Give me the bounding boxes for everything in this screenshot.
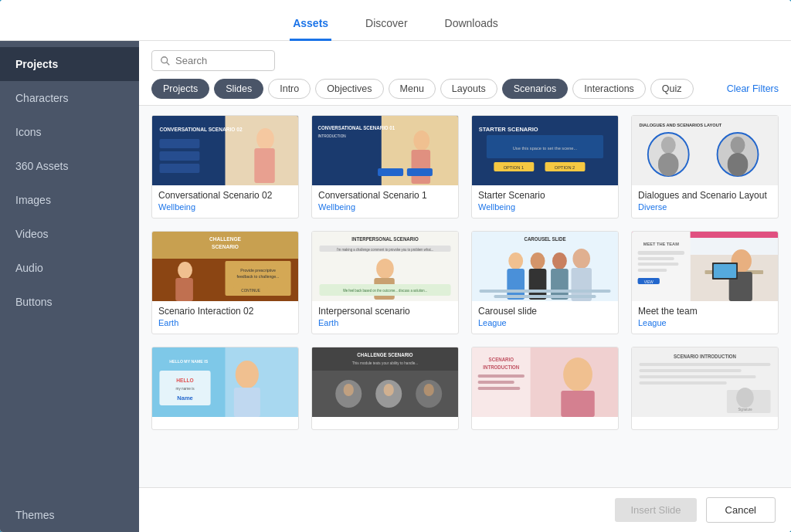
svg-rect-111 — [561, 391, 594, 417]
card-partial2[interactable]: CHALLENGE SCENARIO This module tests you… — [311, 347, 459, 430]
filter-bar: Projects Slides Intro Objectives Menu La… — [139, 41, 791, 106]
chip-scenarios[interactable]: Scenarios — [502, 79, 569, 99]
card-meetteam[interactable]: MEET THE TEAM VIEW — [631, 231, 779, 334]
svg-text:This module tests your ability: This module tests your ability to handle… — [352, 361, 419, 365]
card-carousel[interactable]: CAROUSEL SLIDE — [471, 231, 619, 334]
card-info-partial3 — [472, 417, 618, 429]
chip-menu[interactable]: Menu — [389, 79, 436, 99]
svg-rect-17 — [407, 168, 433, 176]
svg-text:Use this space to set the scen: Use this space to set the scene... — [513, 146, 578, 151]
svg-rect-75 — [714, 264, 736, 278]
main-area: Projects Characters Icons 360 Assets Ima… — [0, 41, 791, 532]
card-tag-challenge[interactable]: Earth — [158, 318, 292, 327]
thumb-illustration-partial3: SCENARIO INTRODUCTION — [472, 347, 618, 417]
tab-downloads[interactable]: Downloads — [442, 11, 501, 41]
card-title-dialogues: Dialogues and Scenario Layout — [638, 190, 772, 201]
tab-assets[interactable]: Assets — [290, 11, 331, 41]
card-title-interpersonal: Interpersonal scenario — [318, 306, 452, 317]
sidebar-item-audio[interactable]: Audio — [0, 251, 139, 285]
card-thumb-partial1: HELLO MY NAME IS HELLO my name is Name — [152, 347, 298, 417]
card-cs1[interactable]: CONVERSATIONAL SCENARIO 01 INTRODUCTION — [311, 115, 459, 219]
card-info-starter: Starter Scenario Wellbeing — [472, 185, 618, 218]
svg-rect-35 — [728, 153, 748, 176]
chip-interactions[interactable]: Interactions — [572, 79, 646, 99]
card-thumb-meetteam: MEET THE TEAM VIEW — [632, 232, 778, 301]
svg-rect-108 — [478, 381, 514, 384]
svg-text:my name is: my name is — [175, 387, 195, 391]
card-dialogues[interactable]: DIALOGUES AND SCENARIOS LAYOUT — [631, 115, 779, 219]
svg-rect-67 — [494, 295, 596, 298]
search-input[interactable] — [175, 55, 266, 66]
sidebar-item-icons[interactable]: Icons — [0, 115, 139, 149]
svg-point-119 — [736, 388, 754, 408]
sidebar-item-themes[interactable]: Themes — [0, 498, 139, 532]
search-box[interactable] — [151, 50, 275, 71]
svg-rect-45 — [175, 278, 193, 301]
card-interpersonal[interactable]: INTERPERSONAL SCENARIO I'm making a chal… — [311, 231, 459, 334]
svg-rect-7 — [159, 164, 199, 173]
card-partial4[interactable]: SCENARIO INTRODUCTION Signature — [631, 347, 779, 430]
svg-rect-107 — [478, 374, 525, 378]
insert-slide-button[interactable]: Insert Slide — [615, 498, 696, 522]
tab-discover[interactable]: Discover — [362, 11, 410, 41]
clear-filters-link[interactable]: Clear Filters — [727, 83, 779, 94]
svg-rect-6 — [159, 151, 199, 161]
svg-text:OPTION 1: OPTION 1 — [504, 165, 524, 170]
card-thumb-carousel: CAROUSEL SLIDE — [472, 232, 618, 301]
svg-text:CONVERSATIONAL SCENARIO 01: CONVERSATIONAL SCENARIO 01 — [318, 125, 396, 130]
thumb-illustration-meetteam: MEET THE TEAM VIEW — [632, 232, 778, 301]
thumb-illustration-dialogues: DIALOGUES AND SCENARIOS LAYOUT — [632, 116, 778, 185]
chip-objectives[interactable]: Objectives — [315, 79, 383, 99]
card-info-interpersonal: Interpersonal scenario Earth — [312, 301, 458, 334]
sidebar-item-buttons[interactable]: Buttons — [0, 285, 139, 319]
chip-intro[interactable]: Intro — [268, 79, 311, 99]
card-tag-meetteam[interactable]: League — [638, 318, 772, 327]
svg-point-101 — [384, 384, 394, 396]
svg-text:feedback to challenge...: feedback to challenge... — [237, 274, 280, 279]
svg-text:Name: Name — [177, 395, 193, 402]
svg-text:SCENARIO: SCENARIO — [212, 244, 239, 249]
svg-point-110 — [563, 357, 592, 391]
card-partial3[interactable]: SCENARIO INTRODUCTION — [471, 347, 619, 430]
sidebar-item-projects[interactable]: Projects — [0, 47, 139, 81]
svg-text:SCENARIO INTRODUCTION: SCENARIO INTRODUCTION — [674, 354, 737, 359]
svg-rect-81 — [638, 269, 667, 272]
svg-rect-66 — [479, 290, 610, 293]
svg-rect-114 — [639, 363, 770, 366]
svg-point-102 — [424, 384, 434, 396]
svg-point-8 — [256, 128, 274, 150]
sidebar-item-characters[interactable]: Characters — [0, 81, 139, 115]
card-info-partial1 — [152, 417, 298, 429]
svg-text:STARTER SCENARIO: STARTER SCENARIO — [479, 126, 538, 133]
card-cs02[interactable]: CONVERSATIONAL SCENARIO 02 CONVERSATIONA… — [151, 115, 299, 219]
card-title-starter: Starter Scenario — [478, 190, 612, 201]
card-partial1[interactable]: HELLO MY NAME IS HELLO my name is Name — [151, 347, 299, 430]
svg-text:I'm making a challenge comment: I'm making a challenge comment to provok… — [337, 248, 434, 252]
chip-projects[interactable]: Projects — [151, 79, 209, 99]
card-tag-carousel[interactable]: League — [478, 318, 612, 327]
sidebar-item-images[interactable]: Images — [0, 183, 139, 217]
thumb-illustration-partial4: SCENARIO INTRODUCTION Signature — [632, 347, 778, 417]
chip-slides[interactable]: Slides — [214, 79, 263, 99]
card-info-carousel: Carousel slide League — [472, 301, 618, 334]
card-tag-cs02[interactable]: Wellbeing — [158, 202, 292, 212]
card-tag-dialogues[interactable]: Diverse — [638, 202, 772, 212]
svg-text:HELLO MY NAME IS: HELLO MY NAME IS — [169, 359, 208, 364]
svg-text:INTERPERSONAL SCENARIO: INTERPERSONAL SCENARIO — [351, 236, 419, 242]
sidebar-item-360assets[interactable]: 360 Assets — [0, 149, 139, 183]
thumb-illustration-partial2: CHALLENGE SCENARIO This module tests you… — [312, 347, 458, 417]
svg-point-44 — [178, 262, 192, 279]
grid-area: CONVERSATIONAL SCENARIO 02 CONVERSATIONA… — [139, 106, 791, 487]
sidebar-item-videos[interactable]: Videos — [0, 217, 139, 251]
thumb-illustration-carousel: CAROUSEL SLIDE — [472, 232, 618, 301]
card-challenge[interactable]: CHALLENGE SCENARIO Provide prescriptive … — [151, 231, 299, 334]
card-starter[interactable]: STARTER SCENARIO Use this space to set t… — [471, 115, 619, 219]
card-tag-interpersonal[interactable]: Earth — [318, 318, 452, 327]
card-info-dialogues: Dialogues and Scenario Layout Diverse — [632, 185, 778, 218]
chip-quiz[interactable]: Quiz — [650, 79, 694, 99]
cancel-button[interactable]: Cancel — [706, 497, 776, 523]
card-tag-starter[interactable]: Wellbeing — [478, 202, 612, 212]
svg-text:CONVERSATIONAL SCENARIO 02: CONVERSATIONAL SCENARIO 02 — [159, 127, 242, 132]
card-tag-cs1[interactable]: Wellbeing — [318, 202, 452, 212]
chip-layouts[interactable]: Layouts — [440, 79, 497, 99]
